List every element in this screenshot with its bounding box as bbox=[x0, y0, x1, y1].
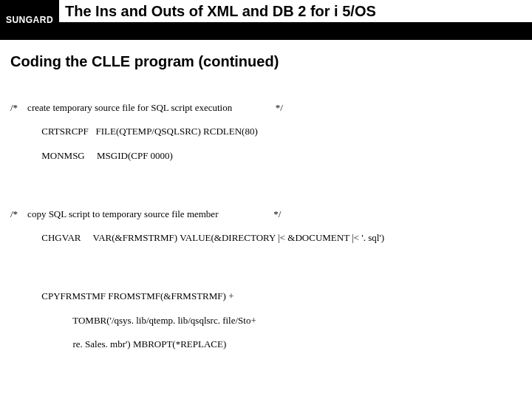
page-title: The Ins and Outs of XML and DB 2 for i 5… bbox=[59, 0, 532, 22]
code-line: CHGVAR VAR(&FRMSTRMF) VALUE(&DIRECTORY |… bbox=[10, 232, 522, 244]
title-underline bbox=[59, 22, 532, 40]
code-line: re. Sales. mbr') MBROPT(*REPLACE) bbox=[10, 338, 522, 350]
header: SUNGARD The Ins and Outs of XML and DB 2… bbox=[0, 0, 532, 40]
code-block: /* execute SQL script */ RUNSQLSTM SRCFI… bbox=[10, 385, 522, 399]
code-block: /* create temporary source file for SQL … bbox=[10, 89, 522, 174]
code-line: CPYFRMSTMF FROMSTMF(&FRMSTRMF) + bbox=[10, 290, 522, 302]
code-line: MONMSG MSGID(CPF 0000) bbox=[10, 150, 522, 162]
code-block: CPYFRMSTMF FROMSTMF(&FRMSTRMF) + TOMBR('… bbox=[10, 279, 522, 363]
code-block: /* copy SQL script to temporary source f… bbox=[10, 196, 522, 256]
brand-logo: SUNGARD bbox=[0, 0, 59, 40]
code-line: /* create temporary source file for SQL … bbox=[10, 102, 522, 114]
code-area: /* create temporary source file for SQL … bbox=[0, 78, 532, 399]
code-line: CRTSRCPF FILE(QTEMP/QSQLSRC) RCDLEN(80) bbox=[10, 126, 522, 137]
code-line: TOMBR('/qsys. lib/qtemp. lib/qsqlsrc. fi… bbox=[10, 315, 522, 327]
title-bar: The Ins and Outs of XML and DB 2 for i 5… bbox=[59, 0, 532, 40]
subtitle: Coding the CLLE program (continued) bbox=[0, 40, 532, 78]
code-line: /* copy SQL script to temporary source f… bbox=[10, 208, 522, 220]
